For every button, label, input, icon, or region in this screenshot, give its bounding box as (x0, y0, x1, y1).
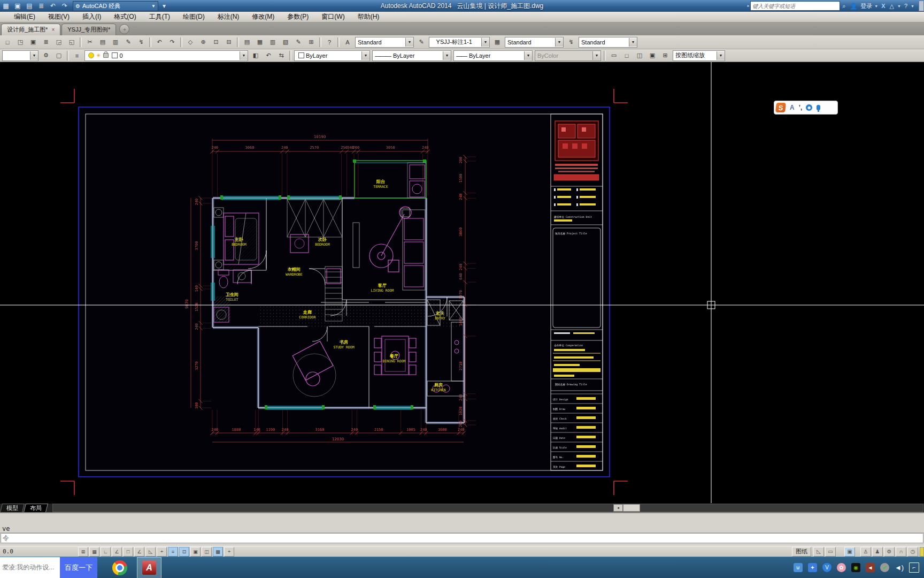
workspace-gear-icon[interactable]: ⚙ (884, 547, 895, 557)
text-style-icon[interactable]: A (342, 36, 353, 48)
sheetset-icon[interactable]: ▧ (280, 36, 291, 48)
table-style-combo[interactable]: Standard▼ (505, 37, 564, 48)
tab-layout[interactable]: 布局 (24, 504, 48, 512)
viewport-polygonal-icon[interactable]: ◫ (634, 50, 645, 62)
menu-e[interactable]: 编辑(E) (7, 12, 42, 22)
volume-icon[interactable]: ◄) (895, 563, 904, 572)
scrollbar-thumb[interactable] (623, 504, 640, 512)
emoji-icon[interactable]: ☻ (806, 104, 812, 111)
color-combo[interactable]: ByLayer▼ (294, 50, 370, 61)
zoom-realtime-icon[interactable]: ⊕ (197, 36, 209, 48)
menu-h[interactable]: 帮助(H) (351, 12, 386, 22)
chrome-icon[interactable] (112, 560, 127, 575)
mleader-style-icon[interactable]: ↯ (565, 36, 577, 48)
tab-model[interactable]: 模型 (0, 504, 25, 512)
save-icon[interactable]: ▣ (12, 1, 23, 11)
audio-horn-icon[interactable]: ◄ (866, 563, 875, 572)
taskbar-search-box[interactable]: 爱凌:我的动作设... (0, 557, 60, 578)
mleader-style-combo[interactable]: Standard▼ (579, 37, 637, 48)
autodesk360-icon[interactable]: △ (890, 3, 894, 10)
toggle-osnap[interactable]: □ (123, 547, 133, 557)
viewport-clip-icon[interactable]: ▭ (608, 50, 620, 62)
table-style-icon[interactable]: ▦ (491, 36, 503, 48)
autocad-taskbar-button[interactable]: A (137, 557, 161, 578)
new-tab-button[interactable]: ＋ (119, 24, 129, 34)
menu-w[interactable]: 窗口(W) (315, 12, 351, 22)
qnew-icon[interactable]: □ (2, 36, 13, 48)
menu-n[interactable]: 标注(N) (211, 12, 246, 22)
toolbar-unlock-icon[interactable]: ∩ (896, 547, 906, 557)
viewport-single-icon[interactable]: □ (621, 50, 633, 62)
baidu-search-button[interactable]: 百度一下 (60, 557, 97, 578)
collapse-arrow-icon[interactable]: ▸ (748, 4, 750, 8)
menu-v[interactable]: 视图(V) (42, 12, 76, 22)
text-style-combo[interactable]: Standard▼ (355, 37, 414, 48)
usb-device-icon[interactable]: ⊎ (794, 563, 803, 572)
lineweight-combo[interactable]: ——ByLayer▼ (453, 50, 533, 61)
layer-combo[interactable]: ✳ 0 ▼ (84, 50, 248, 61)
quickview-layouts-icon[interactable]: ◺ (813, 547, 824, 557)
layer-properties-icon[interactable]: ≡ (71, 50, 83, 62)
plot-icon[interactable]: ≣ (40, 36, 52, 48)
ime-toolbar[interactable]: S A ’, ☻ (774, 101, 838, 115)
menu-m[interactable]: 修改(M) (245, 12, 281, 22)
annotation-visibility-icon[interactable]: ♙ (860, 547, 871, 557)
toggle-polar[interactable]: ∠ (112, 547, 122, 557)
zoom-previous-icon[interactable]: ⊟ (223, 36, 235, 48)
layer-states-icon[interactable]: ⇆ (275, 50, 287, 62)
chevron-down-icon[interactable]: ▼ (911, 4, 914, 8)
toggle-snap[interactable]: ⊞ (78, 547, 88, 557)
network-display-icon[interactable]: ⌐ (909, 562, 919, 573)
nvidia-icon[interactable]: ◉ (851, 563, 860, 572)
matchprops-icon[interactable]: ✎ (122, 36, 134, 48)
toggle-sc[interactable]: ◫ (202, 547, 212, 557)
toggle-ortho[interactable]: ∟ (101, 547, 111, 557)
sogou-logo-icon[interactable]: S (775, 103, 786, 112)
designcenter-icon[interactable]: ▦ (254, 36, 266, 48)
undo-icon[interactable]: ↶ (153, 36, 165, 48)
tim-icon[interactable]: ✦ (808, 563, 817, 572)
menu-o[interactable]: 格式(O) (107, 12, 142, 22)
usb-safe-remove-icon[interactable]: ✔ (880, 563, 889, 572)
quickcalc-icon[interactable]: ⊞ (305, 36, 317, 48)
menu-i[interactable]: 插入(I) (76, 12, 107, 22)
help-search-input[interactable] (750, 1, 840, 11)
annotation-scale-icon[interactable]: ▣ (844, 547, 855, 557)
flower-app-icon[interactable]: ✿ (837, 563, 846, 572)
clean-screen-icon[interactable]: ◷ (907, 547, 918, 557)
saveas-icon[interactable]: ▤ (24, 1, 35, 11)
properties-icon[interactable]: ▤ (241, 36, 253, 48)
help-icon[interactable]: ? (904, 3, 907, 9)
file-tab-current[interactable]: 设计师_施工图* × (1, 24, 60, 35)
viewport-scale-combo[interactable]: 按图纸缩放▼ (673, 50, 725, 61)
quickview-drawings-icon[interactable]: ▭ (825, 547, 836, 557)
dim-style-icon[interactable]: ✎ (415, 36, 427, 48)
markup-icon[interactable]: ✎ (292, 36, 304, 48)
copy-icon[interactable]: ▤ (97, 36, 109, 48)
annotation-autoscale-icon[interactable]: ♟ (872, 547, 883, 557)
paste-icon[interactable]: ▥ (110, 36, 121, 48)
overflow-chevron-icon[interactable]: ▾ (159, 1, 170, 11)
linetype-combo[interactable]: ———ByLayer▼ (372, 50, 451, 61)
toolpalettes-icon[interactable]: ▥ (267, 36, 279, 48)
menu-d[interactable]: 绘图(D) (176, 12, 211, 22)
command-input[interactable]: 令 (1, 533, 923, 543)
preview-icon[interactable]: ◲ (53, 36, 65, 48)
toggle-ducs[interactable]: ◺ (145, 547, 156, 557)
toggle-qp[interactable]: ▣ (190, 547, 201, 557)
command-window[interactable]: ve 令 (0, 512, 924, 546)
chevron-down-icon[interactable]: ▼ (874, 4, 878, 8)
viewport-object-icon[interactable]: ▣ (646, 50, 658, 62)
publish-icon[interactable]: ◱ (66, 36, 78, 48)
cut-icon[interactable]: ✂ (84, 36, 96, 48)
chevron-down-icon[interactable]: ▼ (897, 4, 901, 8)
toggle-am[interactable]: ▩ (213, 547, 223, 557)
redo-icon[interactable]: ↷ (59, 1, 70, 11)
toggle-dyn[interactable]: ＋ (157, 547, 167, 557)
close-icon[interactable]: × (51, 27, 55, 33)
drawing-canvas[interactable]: 2403060240257025034020030502401019024037… (0, 62, 924, 503)
display-lock-icon[interactable]: ▢ (53, 50, 65, 62)
workspace-switcher[interactable]: ⚙ AutoCAD 经典 ▼ (73, 1, 158, 11)
zoom-window-icon[interactable]: ⊡ (210, 36, 222, 48)
app-grid-icon[interactable]: ▦ (1, 1, 11, 11)
